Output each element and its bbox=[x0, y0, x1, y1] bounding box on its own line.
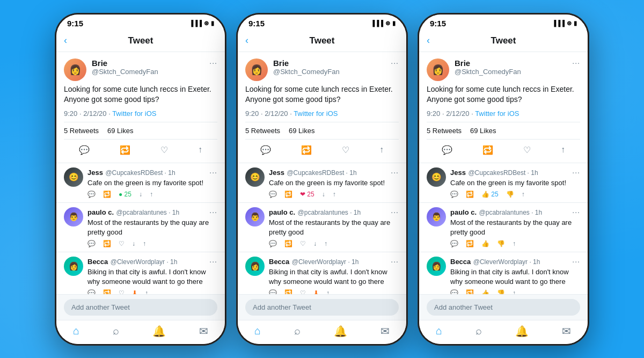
reply-retweet-paulo-2[interactable]: 🔁 bbox=[284, 240, 292, 247]
tweet-stats-3: 5 Retweets 69 Likes bbox=[427, 122, 580, 140]
back-button-2[interactable]: ‹ bbox=[245, 35, 248, 46]
reply-comment-jess-3[interactable]: 💬 bbox=[450, 191, 458, 198]
reply-more-paulo-1[interactable]: ··· bbox=[209, 208, 217, 216]
reply-more-becca-1[interactable]: ··· bbox=[209, 257, 217, 266]
reply-retweet-jess-1[interactable]: 🔁 bbox=[103, 191, 111, 198]
comment-icon-2[interactable]: 💬 bbox=[260, 145, 271, 155]
reply-down-paulo-1[interactable]: ↓ bbox=[132, 240, 135, 247]
reply-upload-becca-3[interactable]: ↑ bbox=[513, 289, 516, 294]
nav-search-3[interactable]: ⌕ bbox=[475, 325, 482, 338]
nav-bell-3[interactable]: 🔔 bbox=[515, 325, 529, 338]
reply-down-jess-2[interactable]: ↓ bbox=[322, 191, 325, 198]
tweet-stats-1: 5 Retweets 69 Likes bbox=[64, 122, 217, 140]
nav-home-3[interactable]: ⌂ bbox=[436, 325, 442, 338]
reply-comment-jess-1[interactable]: 💬 bbox=[87, 191, 96, 198]
retweet-icon-2[interactable]: 🔁 bbox=[301, 145, 312, 155]
status-bar-2: 9:15 ▐▐▐ ⊛ ▮ bbox=[238, 14, 406, 30]
reply-upload-paulo-1[interactable]: ↑ bbox=[143, 240, 146, 247]
more-options-1[interactable]: ··· bbox=[209, 59, 217, 67]
reply-thumbsup-paulo-3[interactable]: 👍 bbox=[481, 240, 489, 247]
reply-upload-paulo-2[interactable]: ↑ bbox=[324, 240, 327, 247]
tweet-source-2[interactable]: Twitter for iOS bbox=[294, 109, 338, 118]
reply-like-jess-1[interactable]: ● 25 bbox=[119, 191, 131, 198]
like-icon-1[interactable]: ♡ bbox=[160, 145, 168, 155]
share-icon-3[interactable]: ↑ bbox=[561, 145, 565, 155]
nav-home-2[interactable]: ⌂ bbox=[254, 325, 261, 338]
reply-thumbsup-becca-3[interactable]: 👍 bbox=[481, 289, 489, 294]
share-icon-2[interactable]: ↑ bbox=[379, 145, 384, 155]
reply-more-becca-3[interactable]: ··· bbox=[572, 257, 580, 266]
back-button-1[interactable]: ‹ bbox=[64, 35, 67, 46]
reply-retweet-jess-2[interactable]: 🔁 bbox=[284, 191, 292, 198]
reply-upload-becca-2[interactable]: ↑ bbox=[326, 289, 330, 294]
reply-header-jess-3: Jess @CupcakesRDBest · 1h ··· bbox=[450, 167, 580, 177]
reply-thumbsup-jess-3[interactable]: 👍 25 bbox=[481, 191, 499, 198]
reply-more-becca-2[interactable]: ··· bbox=[391, 257, 399, 266]
reply-more-jess-3[interactable]: ··· bbox=[572, 168, 580, 177]
reply-comment-becca-2[interactable]: 💬 bbox=[269, 289, 277, 294]
reply-more-jess-1[interactable]: ··· bbox=[209, 168, 217, 177]
reply-down-paulo-2[interactable]: ↓ bbox=[313, 240, 317, 247]
reply-comment-paulo-1[interactable]: 💬 bbox=[87, 240, 96, 247]
reply-more-paulo-2[interactable]: ··· bbox=[391, 208, 399, 216]
reply-retweet-paulo-3[interactable]: 🔁 bbox=[466, 240, 474, 247]
reply-retweet-becca-1[interactable]: 🔁 bbox=[103, 289, 111, 294]
reply-text-becca-1: Biking in that city is awful. I don't kn… bbox=[87, 267, 217, 286]
nav-bell-1[interactable]: 🔔 bbox=[152, 325, 166, 338]
comment-icon-3[interactable]: 💬 bbox=[442, 145, 452, 155]
retweet-icon-1[interactable]: 🔁 bbox=[120, 145, 130, 155]
add-tweet-input-3[interactable]: Add another Tweet bbox=[427, 299, 580, 316]
reply-upload-paulo-3[interactable]: ↑ bbox=[513, 240, 516, 247]
reply-upload-becca-1[interactable]: ↑ bbox=[145, 289, 148, 294]
reply-retweet-paulo-1[interactable]: 🔁 bbox=[103, 240, 111, 247]
share-icon-1[interactable]: ↑ bbox=[198, 145, 202, 155]
reply-like-paulo-2[interactable]: ♡ bbox=[300, 240, 306, 247]
reply-share-jess-1[interactable]: ↓ bbox=[139, 191, 142, 198]
nav-search-2[interactable]: ⌕ bbox=[294, 325, 301, 338]
comment-icon-1[interactable]: 💬 bbox=[79, 145, 90, 155]
reply-comment-jess-2[interactable]: 💬 bbox=[269, 191, 277, 198]
reply-upload-jess-2[interactable]: ↑ bbox=[333, 191, 336, 198]
reply-like-becca-1[interactable]: ♡ bbox=[119, 289, 125, 294]
reply-thumbsdown-paulo-3[interactable]: 👎 bbox=[497, 240, 505, 247]
reply-comment-becca-3[interactable]: 💬 bbox=[450, 289, 458, 294]
tweet-source-3[interactable]: Twitter for iOS bbox=[475, 109, 519, 118]
like-icon-3[interactable]: ♡ bbox=[523, 145, 531, 155]
reply-down-becca-2[interactable]: ⬇ bbox=[313, 289, 319, 294]
reply-comment-becca-1[interactable]: 💬 bbox=[87, 289, 96, 294]
nav-mail-2[interactable]: ✉ bbox=[380, 325, 390, 338]
nav-search-1[interactable]: ⌕ bbox=[113, 325, 119, 338]
nav-bell-2[interactable]: 🔔 bbox=[334, 325, 347, 338]
reply-comment-paulo-2[interactable]: 💬 bbox=[269, 240, 277, 247]
reply-upload-jess-3[interactable]: ↑ bbox=[522, 191, 525, 198]
tweet-source-1[interactable]: Twitter for iOS bbox=[112, 109, 156, 118]
main-avatar-1: 👩 bbox=[64, 59, 86, 81]
reply-like-paulo-1[interactable]: ♡ bbox=[119, 240, 125, 247]
nav-mail-1[interactable]: ✉ bbox=[199, 325, 208, 338]
reply-down-becca-1[interactable]: ⬇ bbox=[132, 289, 137, 294]
add-tweet-bar-3: Add another Tweet bbox=[419, 294, 588, 320]
retweet-icon-3[interactable]: 🔁 bbox=[482, 145, 493, 155]
add-tweet-input-2[interactable]: Add another Tweet bbox=[245, 299, 399, 316]
reply-like-becca-2[interactable]: ♡ bbox=[300, 289, 306, 294]
reply-comment-paulo-3[interactable]: 💬 bbox=[450, 240, 458, 247]
reply-retweet-jess-3[interactable]: 🔁 bbox=[466, 191, 474, 198]
back-button-3[interactable]: ‹ bbox=[427, 35, 430, 46]
reply-thumbsdown-jess-3[interactable]: 👎 bbox=[506, 191, 514, 198]
like-icon-2[interactable]: ♡ bbox=[342, 145, 349, 155]
nav-home-1[interactable]: ⌂ bbox=[73, 325, 79, 338]
reply-like-jess-2[interactable]: ❤ 25 bbox=[300, 191, 314, 198]
main-tweet-1: 👩 Brie @Sktch_ComedyFan ··· Looking for … bbox=[56, 52, 225, 163]
nav-mail-3[interactable]: ✉ bbox=[562, 325, 571, 338]
reply-more-paulo-3[interactable]: ··· bbox=[572, 208, 580, 216]
reply-thumbsdown-becca-3[interactable]: 👎 bbox=[497, 289, 505, 294]
reply-retweet-becca-2[interactable]: 🔁 bbox=[284, 289, 292, 294]
reply-upload-jess-1[interactable]: ↑ bbox=[150, 191, 153, 198]
more-options-3[interactable]: ··· bbox=[572, 59, 580, 67]
add-tweet-input-1[interactable]: Add another Tweet bbox=[64, 299, 217, 316]
reply-text-becca-2: Biking in that city is awful. I don't kn… bbox=[269, 267, 399, 286]
reply-retweet-becca-3[interactable]: 🔁 bbox=[466, 289, 474, 294]
reply-more-jess-2[interactable]: ··· bbox=[391, 168, 399, 177]
main-tweet-text-2: Looking for some cute lunch reccs in Exe… bbox=[245, 84, 399, 105]
more-options-2[interactable]: ··· bbox=[391, 59, 399, 67]
